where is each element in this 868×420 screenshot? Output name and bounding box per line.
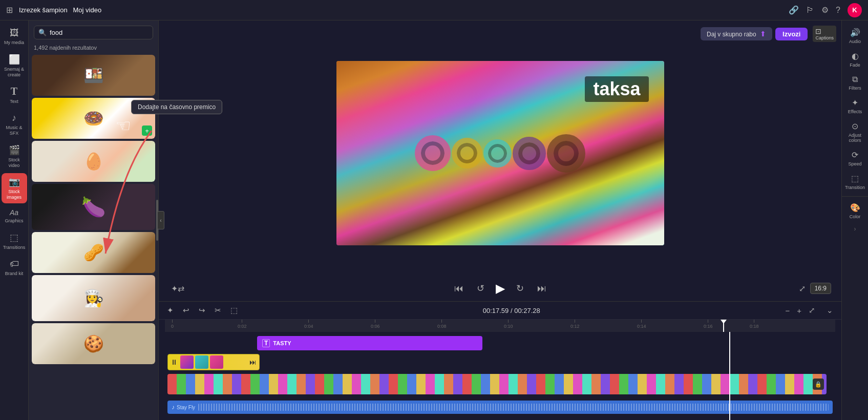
timeline-area: 0 0:02 0:04 0:06 0:08 0:10 0:12 0:14 0:1… <box>159 320 841 420</box>
sidebar-item-stock-images[interactable]: 📷 Stock images <box>2 173 27 203</box>
color-icon: 🎨 <box>850 203 860 213</box>
center-area: Daj v skupno rabo ⬆ Izvozi ⊡ Captions <box>159 20 841 420</box>
settings-icon[interactable]: ⚙ <box>821 5 829 15</box>
timeline-tracks: T TASTY ⏸ ⏭ <box>165 332 835 420</box>
grid-icon[interactable]: ⊞ <box>6 5 13 15</box>
rs-transition[interactable]: ⬚ Transition <box>843 171 867 193</box>
rs-filters[interactable]: ⧉ Filters <box>843 72 867 94</box>
audio-track-content: ♪ Stay Fly <box>165 398 835 416</box>
list-item[interactable]: 🍪 <box>32 323 155 364</box>
zoom-out-button[interactable]: − <box>783 305 792 316</box>
sidebar-item-my-media[interactable]: 🖼 My media <box>2 25 27 49</box>
preview-text-overlay: taksa <box>585 76 648 102</box>
adjust-colors-icon: ⊙ <box>852 121 858 131</box>
thumbnail-5: 🥜 <box>32 232 155 273</box>
clip-end-icon: ⏭ <box>249 358 257 366</box>
stock-images-icon: 📷 <box>9 176 20 187</box>
flag-icon[interactable]: 🏳 <box>806 6 814 15</box>
timeline-ruler: 0 0:02 0:04 0:06 0:08 0:10 0:12 0:14 0:1… <box>165 320 835 332</box>
collapse-timeline-button[interactable]: ⌄ <box>824 305 835 316</box>
audio-icon: 🔊 <box>850 28 860 37</box>
collapse-sidebar-button[interactable]: › <box>854 225 856 233</box>
add-to-timeline-button[interactable]: + <box>142 125 152 136</box>
zoom-in-button[interactable]: + <box>795 305 803 316</box>
search-input-wrapper[interactable]: 🔍 <box>34 26 153 39</box>
search-input[interactable] <box>50 29 149 36</box>
clip-thumbnail-1 <box>180 355 194 369</box>
forward-button[interactable]: ↻ <box>514 281 526 296</box>
sidebar-item-transitions[interactable]: ⬚ Transitions <box>2 229 27 254</box>
video-track-clip[interactable]: 🔒 <box>167 374 827 394</box>
collapse-panel-button[interactable]: ‹ <box>157 211 164 229</box>
timeline-redo-button[interactable]: ↪ <box>197 305 207 316</box>
export-button[interactable]: Izvozi <box>775 28 808 40</box>
stock-video-icon: 🎬 <box>9 144 20 156</box>
skip-back-button[interactable]: ⏮ <box>452 281 465 296</box>
video-track-row: 🔒 <box>165 374 835 396</box>
transitions-icon: ⬚ <box>10 232 18 243</box>
image-track-content: ⏸ ⏭ <box>165 353 835 373</box>
clip-thumbnail-3 <box>210 355 223 369</box>
rewind-button[interactable]: ↺ <box>475 281 486 296</box>
clip-thumbnail-2 <box>195 355 208 369</box>
timeline-duplicate-button[interactable]: ⬚ <box>228 305 240 316</box>
rs-adjust-colors[interactable]: ⊙ Adjust colors <box>843 118 867 146</box>
transition-icon: ⬚ <box>851 174 859 183</box>
ruler-mark: 0:04 <box>304 320 313 329</box>
divider <box>842 196 868 197</box>
timeline-zoom-controls: − + ⤢ <box>783 305 817 316</box>
rs-color[interactable]: 🎨 Color <box>843 200 867 222</box>
sidebar-item-brand-kit[interactable]: 🏷 Brand kit <box>2 256 27 280</box>
sidebar-item-graphics[interactable]: Aа Graphics <box>2 205 27 227</box>
rs-audio[interactable]: 🔊 Audio <box>843 25 867 47</box>
image-track-row: ⏸ ⏭ <box>165 354 835 372</box>
rs-fade[interactable]: ◐ Fade <box>843 48 867 71</box>
share-button[interactable]: Daj v skupno rabo ⬆ <box>701 27 772 40</box>
avatar[interactable]: K <box>848 3 862 17</box>
fade-icon: ◐ <box>852 51 859 61</box>
record-icon: ⬜ <box>9 54 20 65</box>
skip-forward-button[interactable]: ⏭ <box>535 281 548 296</box>
pause-icon: ⏸ <box>171 358 178 366</box>
thumbnail-7: 🍪 <box>32 323 155 364</box>
list-item[interactable]: 🍆 <box>32 184 155 230</box>
magic-switch-button[interactable]: ✦⇄ <box>169 282 186 296</box>
timeline-time-display: 00:17.59 / 00:27.28 <box>245 307 778 314</box>
search-icon: 🔍 <box>38 29 47 36</box>
play-button[interactable]: ▶ <box>496 281 505 296</box>
sidebar-item-music-sfx[interactable]: ♪ Music & SFX <box>2 110 27 139</box>
ruler-mark: 0:08 <box>437 320 447 329</box>
sidebar-item-record-create[interactable]: ⬜ Snemaj &create <box>2 51 27 81</box>
ruler-mark: 0:06 <box>371 320 380 329</box>
image-track-clip[interactable]: ⏸ ⏭ <box>167 354 260 370</box>
zoom-fit-button[interactable]: ⤢ <box>807 305 817 316</box>
rs-speed[interactable]: ⟳ Speed <box>843 147 867 170</box>
preview-controls: ✦⇄ ⏮ ↺ ▶ ↻ ⏭ ⤢ 16:9 <box>159 276 841 301</box>
list-item[interactable]: 🍱 <box>32 55 155 96</box>
timeline-section: ✦ ↩ ↪ ✂ ⬚ 00:17.59 / 00:27.28 − + ⤢ ⌄ <box>159 301 841 420</box>
fullscreen-button[interactable]: ⤢ <box>799 284 806 293</box>
link-icon[interactable]: 🔗 <box>789 5 799 15</box>
search-bar: 🔍 <box>29 20 158 43</box>
captions-button[interactable]: ⊡ Captions <box>813 26 836 42</box>
timeline-tool-select[interactable]: ✦ <box>165 305 176 316</box>
rs-effects[interactable]: ✦ Effects <box>843 95 867 117</box>
list-item[interactable]: 🥚 <box>32 141 155 182</box>
thumbnail-6: 👩‍🍳 <box>32 275 155 321</box>
list-item[interactable]: 🍩 + <box>32 98 155 139</box>
aspect-ratio-button[interactable]: 16:9 <box>810 283 831 294</box>
preview-area: taksa <box>159 20 841 276</box>
audio-track-row: ♪ Stay Fly <box>165 398 835 416</box>
list-item[interactable]: 🥜 <box>32 232 155 273</box>
timeline-undo-button[interactable]: ↩ <box>181 305 192 316</box>
list-item[interactable]: 👩‍🍳 <box>32 275 155 321</box>
audio-track-clip[interactable]: ♪ Stay Fly <box>167 401 833 414</box>
sidebar-item-stock-video[interactable]: 🎬 Stock video <box>2 141 27 172</box>
timeline-cut-button[interactable]: ✂ <box>213 305 223 316</box>
sidebar-item-text[interactable]: T Text <box>2 82 27 108</box>
video-preview: taksa <box>336 61 664 245</box>
help-icon[interactable]: ? <box>836 6 840 15</box>
ruler-mark: 0:10 <box>504 320 513 329</box>
ruler-mark: 0:18 <box>750 320 759 329</box>
text-track-clip[interactable]: T TASTY <box>257 336 482 350</box>
